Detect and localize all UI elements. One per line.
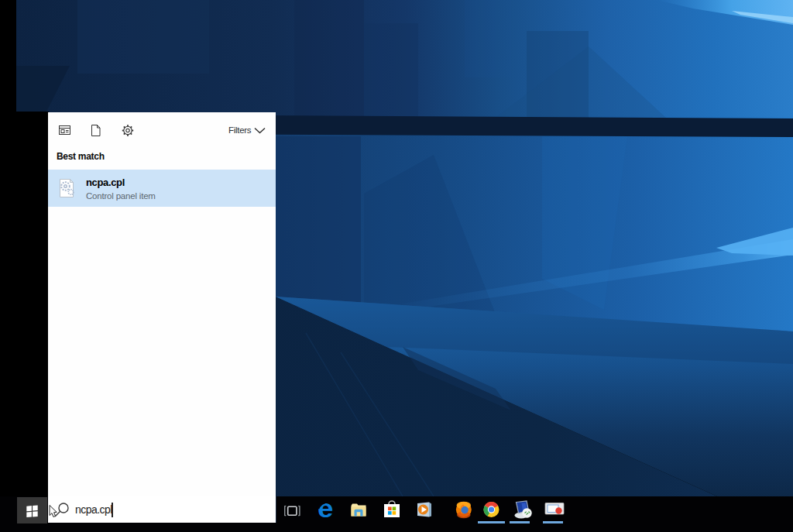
- svg-text:Filters: Filters: [228, 125, 252, 135]
- svg-text:e: e: [318, 496, 333, 522]
